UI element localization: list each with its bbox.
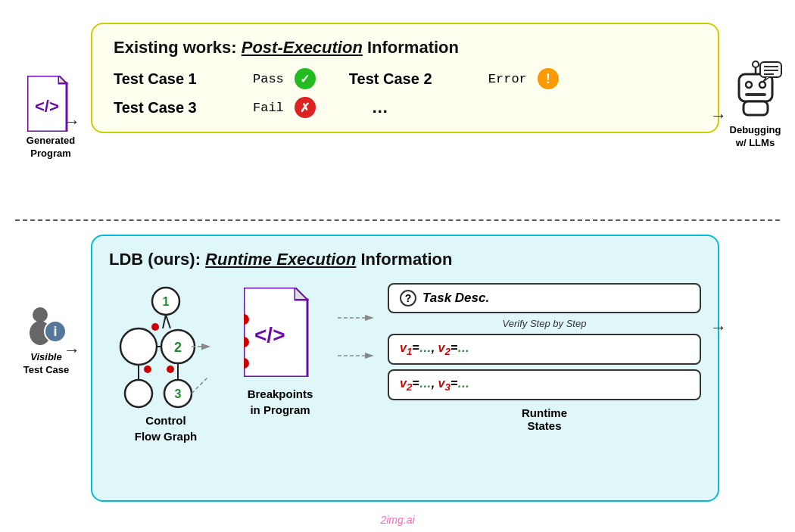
svg-point-25 — [144, 366, 151, 373]
svg-marker-39 — [365, 353, 374, 359]
task-desc-label: Task Desc. — [422, 291, 489, 306]
svg-rect-8 — [744, 101, 768, 115]
breakpoints-code-icon: </> — [244, 288, 316, 377]
test-case-2-label: Test Case 2 — [349, 70, 478, 88]
breakpoints-area: </> Breakpointsin Program — [235, 288, 326, 418]
state-box-2: v2=…, v3=… — [388, 369, 701, 400]
svg-line-22 — [166, 315, 170, 328]
cfg-area: 1 2 3 — [109, 280, 223, 444]
svg-point-7 — [753, 61, 759, 67]
arrow-ldb-to-robot: → — [710, 318, 727, 338]
person-info-icon: i — [23, 303, 69, 348]
question-mark-circle: ? — [400, 290, 416, 306]
arrow-top-to-robot: → — [710, 106, 727, 126]
visible-test-case-label: VisibleTest Case — [23, 351, 69, 377]
ellipsis-label: … — [372, 98, 388, 117]
arrow-testcase-to-ldb: → — [64, 341, 80, 360]
pass-icon: ✓ — [295, 68, 316, 89]
test-case-1-status: Pass — [253, 72, 284, 86]
watermark: 2img.ai — [380, 514, 414, 526]
robot-llm-area: Debuggingw/ LLMs — [723, 61, 787, 150]
breakpoints-label: Breakpointsin Program — [248, 386, 313, 418]
svg-point-20 — [125, 380, 152, 407]
generated-program-label: GeneratedProgram — [26, 135, 75, 160]
arrow-gen-to-top: → — [64, 112, 80, 132]
svg-text:</>: </> — [254, 323, 285, 347]
svg-text:3: 3 — [175, 387, 182, 400]
ldb-box: LDB (ours): Runtime Execution Informatio… — [91, 235, 719, 502]
ldb-title: LDB (ours): Runtime Execution Informatio… — [109, 250, 701, 269]
state-box-1: v1=…, v2=… — [388, 334, 701, 365]
runtime-states-area: ? Task Desc. Verify Step by Step v1=…, v… — [388, 283, 701, 432]
svg-line-21 — [163, 315, 166, 328]
svg-point-23 — [151, 323, 159, 331]
cfg-label: ControlFlow Graph — [135, 412, 198, 444]
test-case-row-2: Test Case 3 Fail ✗ … — [114, 97, 697, 118]
error-icon: ! — [538, 68, 559, 89]
svg-text:i: i — [53, 324, 57, 339]
svg-text:1: 1 — [163, 295, 170, 308]
svg-point-19 — [120, 328, 157, 365]
arrows-area — [338, 295, 376, 386]
svg-rect-5 — [745, 93, 766, 96]
verify-text: Verify Step by Step — [503, 318, 587, 329]
existing-works-box: Existing works: Post-Execution Informati… — [91, 23, 719, 133]
test-case-2-status: Error — [488, 72, 527, 86]
svg-point-24 — [167, 366, 174, 373]
fail-icon: ✗ — [295, 97, 316, 118]
svg-marker-37 — [365, 315, 374, 321]
svg-point-40 — [33, 307, 48, 322]
svg-text:2: 2 — [174, 340, 182, 355]
existing-works-title: Existing works: Post-Execution Informati… — [114, 38, 697, 58]
test-case-3-label: Test Case 3 — [114, 99, 242, 117]
dashed-divider — [15, 219, 780, 221]
debugging-label: Debuggingw/ LLMs — [730, 124, 781, 150]
test-case-3-status: Fail — [253, 101, 284, 115]
test-case-row-1: Test Case 1 Pass ✓ Test Case 2 Error ! — [114, 68, 697, 89]
visible-test-case-area: i VisibleTest Case — [5, 303, 88, 377]
svg-text:</>: </> — [35, 97, 59, 116]
robot-icon — [728, 61, 783, 121]
test-case-1-label: Test Case 1 — [114, 70, 242, 88]
cfg-svg: 1 2 3 — [110, 280, 222, 412]
task-desc-box: ? Task Desc. — [388, 283, 701, 313]
svg-line-30 — [192, 377, 208, 394]
runtime-states-label: RuntimeStates — [522, 406, 567, 432]
ldb-content: 1 2 3 — [109, 280, 701, 444]
